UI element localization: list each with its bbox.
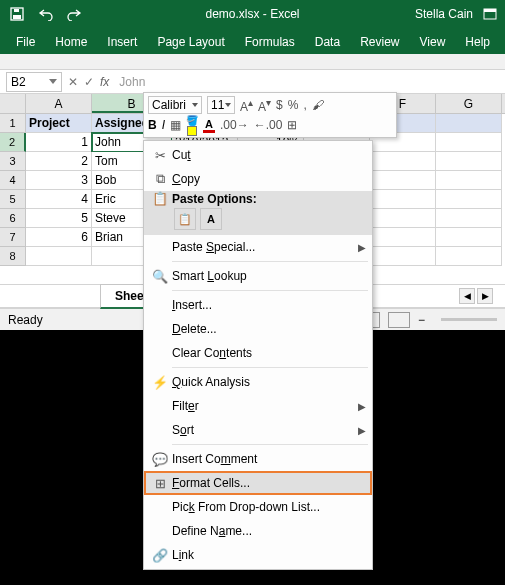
- menu-filter[interactable]: Filter▶: [144, 394, 372, 418]
- increase-font-icon[interactable]: A▴: [240, 97, 253, 114]
- tab-file[interactable]: File: [6, 30, 45, 54]
- row-header-6[interactable]: 6: [0, 209, 26, 228]
- cell-g1[interactable]: [436, 114, 502, 133]
- tab-review[interactable]: Review: [350, 30, 409, 54]
- cell-a8[interactable]: [26, 247, 92, 266]
- cell-a2[interactable]: 1: [26, 133, 92, 152]
- menu-paste-options[interactable]: 📋Paste Options: 📋 A: [144, 191, 372, 235]
- redo-icon[interactable]: [66, 7, 80, 21]
- cell-g2[interactable]: [436, 133, 502, 152]
- font-color-button[interactable]: A: [203, 118, 215, 133]
- menu-insert[interactable]: Insert...: [144, 293, 372, 317]
- svg-rect-4: [484, 9, 496, 12]
- font-size-select[interactable]: 11: [207, 96, 235, 114]
- chevron-down-icon: [192, 103, 198, 107]
- select-all-corner[interactable]: [0, 94, 26, 113]
- undo-icon[interactable]: [38, 7, 52, 21]
- menu-separator: [172, 261, 368, 262]
- cell-g7[interactable]: [436, 228, 502, 247]
- percent-format-icon[interactable]: %: [288, 98, 299, 112]
- cell-f4[interactable]: [370, 171, 436, 190]
- merge-center-icon[interactable]: ⊞: [287, 118, 297, 132]
- cell-a4[interactable]: 3: [26, 171, 92, 190]
- row-header-3[interactable]: 3: [0, 152, 26, 171]
- cell-f7[interactable]: [370, 228, 436, 247]
- format-painter-icon[interactable]: 🖌: [312, 98, 324, 112]
- menu-pick-from-list[interactable]: Pick From Drop-down List...: [144, 495, 372, 519]
- cell-g8[interactable]: [436, 247, 502, 266]
- increase-decimal-icon[interactable]: .00→: [220, 118, 249, 132]
- cell-g5[interactable]: [436, 190, 502, 209]
- cell-a1[interactable]: Project: [26, 114, 92, 133]
- tab-view[interactable]: View: [410, 30, 456, 54]
- cell-a3[interactable]: 2: [26, 152, 92, 171]
- tab-data[interactable]: Data: [305, 30, 350, 54]
- font-select[interactable]: Calibri: [148, 96, 202, 114]
- tab-home[interactable]: Home: [45, 30, 97, 54]
- cell-f8[interactable]: [370, 247, 436, 266]
- page-break-view-icon[interactable]: [388, 312, 410, 328]
- menu-insert-comment[interactable]: 💬Insert Comment: [144, 447, 372, 471]
- cell-a6[interactable]: 5: [26, 209, 92, 228]
- formula-input[interactable]: John: [115, 75, 505, 89]
- menu-smart-lookup[interactable]: 🔍Smart Lookup: [144, 264, 372, 288]
- col-header-g[interactable]: G: [436, 94, 502, 113]
- cancel-formula-icon[interactable]: ✕: [68, 75, 78, 89]
- cell-g3[interactable]: [436, 152, 502, 171]
- menu-clear-contents[interactable]: Clear Contents: [144, 341, 372, 365]
- zoom-out-icon[interactable]: −: [418, 313, 425, 327]
- paste-values-icon[interactable]: A: [200, 208, 222, 230]
- cell-f5[interactable]: [370, 190, 436, 209]
- context-menu: ✂Cut ⧉Copy 📋Paste Options: 📋 A Paste Spe…: [143, 140, 373, 570]
- ribbon-display-icon[interactable]: [483, 8, 497, 20]
- svg-rect-1: [13, 15, 21, 19]
- cell-f3[interactable]: [370, 152, 436, 171]
- row-header-5[interactable]: 5: [0, 190, 26, 209]
- name-box[interactable]: B2: [6, 72, 62, 92]
- cell-g4[interactable]: [436, 171, 502, 190]
- cell-a5[interactable]: 4: [26, 190, 92, 209]
- tab-page-layout[interactable]: Page Layout: [147, 30, 234, 54]
- row-header-2[interactable]: 2: [0, 133, 26, 152]
- menu-quick-analysis[interactable]: ⚡Quick Analysis: [144, 370, 372, 394]
- bold-button[interactable]: B: [148, 118, 157, 132]
- menu-format-cells[interactable]: ⊞Format Cells...: [144, 471, 372, 495]
- tab-formulas[interactable]: Formulas: [235, 30, 305, 54]
- paste-default-icon[interactable]: 📋: [174, 208, 196, 230]
- fill-color-swatch: [187, 126, 197, 136]
- ribbon-collapsed-strip: [0, 54, 505, 70]
- italic-button[interactable]: I: [162, 118, 165, 132]
- row-header-7[interactable]: 7: [0, 228, 26, 247]
- menu-sort[interactable]: Sort▶: [144, 418, 372, 442]
- fx-icon[interactable]: fx: [100, 75, 109, 89]
- menu-delete[interactable]: Delete...: [144, 317, 372, 341]
- menu-cut[interactable]: ✂Cut: [144, 143, 372, 167]
- cell-a7[interactable]: 6: [26, 228, 92, 247]
- quick-analysis-icon: ⚡: [148, 375, 172, 390]
- comma-format-icon[interactable]: ,: [303, 98, 306, 112]
- menu-define-name[interactable]: Define Name...: [144, 519, 372, 543]
- tab-insert[interactable]: Insert: [97, 30, 147, 54]
- enter-formula-icon[interactable]: ✓: [84, 75, 94, 89]
- user-name[interactable]: Stella Cain: [415, 7, 473, 21]
- fill-color-button[interactable]: 🪣: [186, 115, 198, 136]
- cell-g6[interactable]: [436, 209, 502, 228]
- tab-help[interactable]: Help: [455, 30, 500, 54]
- accounting-format-icon[interactable]: $: [276, 98, 283, 112]
- scroll-right-icon[interactable]: ▶: [477, 288, 493, 304]
- zoom-slider[interactable]: [441, 318, 497, 321]
- col-header-a[interactable]: A: [26, 94, 92, 113]
- scroll-left-icon[interactable]: ◀: [459, 288, 475, 304]
- borders-icon[interactable]: ▦: [170, 118, 181, 132]
- name-box-dropdown-icon[interactable]: [49, 79, 57, 84]
- cell-f6[interactable]: [370, 209, 436, 228]
- decrease-font-icon[interactable]: A▾: [258, 97, 271, 114]
- decrease-decimal-icon[interactable]: ←.00: [254, 118, 283, 132]
- row-header-8[interactable]: 8: [0, 247, 26, 266]
- menu-copy[interactable]: ⧉Copy: [144, 167, 372, 191]
- row-header-1[interactable]: 1: [0, 114, 26, 133]
- menu-link[interactable]: 🔗Link: [144, 543, 372, 567]
- menu-paste-special[interactable]: Paste Special...▶: [144, 235, 372, 259]
- save-icon[interactable]: [10, 7, 24, 21]
- row-header-4[interactable]: 4: [0, 171, 26, 190]
